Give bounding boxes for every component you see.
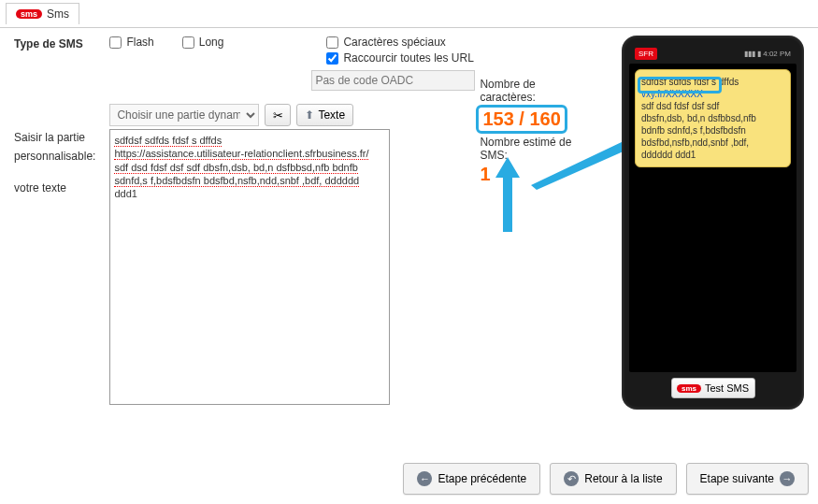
- sms-bubble: sdfdsf sdfds fdsf s dffds vxy.fr/XXXXXX …: [635, 69, 791, 167]
- flash-checkbox[interactable]: Flash: [109, 36, 153, 49]
- phone-column: SFR ▮▮▮ ▮ 4:02 PM sdfdsf sdfds fdsf s df…: [608, 36, 804, 410]
- long-checkbox[interactable]: Long: [182, 36, 224, 49]
- main-column: Flash Long Caractères spéciaux Raccourci…: [109, 36, 475, 410]
- partie-perso-label-1: Saisir la partie: [14, 131, 95, 144]
- char-count-highlight: 153 / 160: [476, 105, 567, 134]
- special-chars-checkbox[interactable]: Caractères spéciaux: [326, 36, 473, 49]
- test-sms-button[interactable]: sms Test SMS: [671, 378, 755, 398]
- phone-status-bar: ▮▮▮ ▮ 4:02 PM: [744, 50, 791, 58]
- tab-bar: sms Sms: [0, 0, 818, 28]
- shortened-url: vxy.fr/XXXXXX: [641, 89, 703, 99]
- tab-sms[interactable]: sms Sms: [6, 3, 79, 24]
- prev-step-button[interactable]: ← Etape précédente: [403, 463, 540, 495]
- undo-icon: ↶: [564, 471, 579, 486]
- sms-type-title: Type de SMS: [14, 37, 95, 50]
- sms-icon: sms: [677, 384, 701, 393]
- insert-text-button[interactable]: ⬆ Texte: [296, 104, 353, 126]
- char-count-label: Nombre de caractères:: [480, 78, 594, 104]
- sms-est-value: 1: [480, 164, 594, 185]
- shorten-url-checkbox[interactable]: Raccourcir toutes les URL: [326, 51, 473, 65]
- sms-est-label: Nombre estimé de SMS:: [480, 136, 594, 162]
- counter-column: Nombre de caractères: 153 / 160 Nombre e…: [480, 36, 594, 410]
- char-count-value: 153 / 160: [482, 108, 560, 129]
- back-list-button[interactable]: ↶ Retour à la liste: [550, 463, 676, 495]
- next-step-button[interactable]: Etape suivante →: [686, 463, 809, 495]
- arrow-left-icon: ←: [417, 471, 432, 486]
- signal-icon: ▮▮▮: [744, 50, 755, 58]
- footer-buttons: ← Etape précédente ↶ Retour à la liste E…: [403, 463, 809, 495]
- tab-label: Sms: [47, 7, 69, 21]
- oadc-input[interactable]: [311, 70, 475, 91]
- battery-icon: ▮: [757, 50, 761, 58]
- partie-perso-label-2: personnalisable:: [14, 150, 95, 163]
- checks-row: Flash Long Caractères spéciaux Raccourci…: [109, 36, 475, 65]
- sms-icon: sms: [16, 9, 42, 19]
- phone-time: 4:02 PM: [763, 50, 791, 58]
- upload-icon: ⬆: [305, 108, 314, 122]
- phone-mockup: SFR ▮▮▮ ▮ 4:02 PM sdfdsf sdfds fdsf s df…: [622, 36, 804, 410]
- operator-badge: SFR: [635, 48, 657, 60]
- sms-textarea[interactable]: sdfdsf sdfds fdsf s dffds https://assist…: [109, 129, 390, 405]
- phone-screen: sdfdsf sdfds fdsf s dffds vxy.fr/XXXXXX …: [629, 64, 796, 372]
- votre-texte-label: votre texte: [14, 181, 95, 194]
- arrow-right-icon: →: [780, 471, 795, 486]
- settings-button[interactable]: ✂: [265, 104, 291, 126]
- labels-column: Type de SMS Saisir la partie personnalis…: [14, 36, 95, 410]
- dynamic-part-select[interactable]: Choisir une partie dynamique: [109, 104, 259, 126]
- gear-icon: ✂: [273, 108, 283, 122]
